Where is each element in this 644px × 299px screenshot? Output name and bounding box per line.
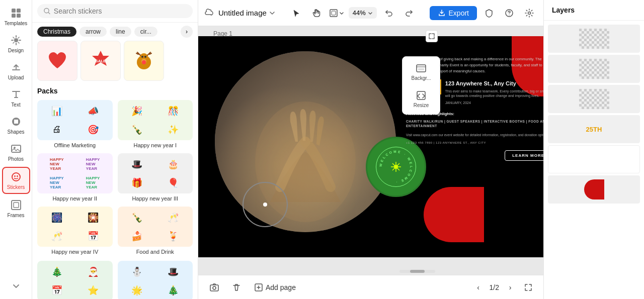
add-page-btn[interactable]: Add page — [251, 281, 300, 293]
sidebar-item-templates[interactable]: Templates — [2, 4, 30, 29]
design-icon — [10, 34, 22, 46]
tag-arrow[interactable]: arrow — [79, 27, 107, 37]
redo-btn[interactable] — [401, 5, 417, 21]
sticker-preview-reindeer[interactable] — [124, 41, 164, 81]
pack-label-hny2: Happy new year II — [37, 195, 113, 202]
toolbar-center: 44% — [288, 5, 417, 21]
tag-line[interactable]: line — [110, 27, 131, 37]
expand-canvas-btn[interactable] — [426, 30, 438, 42]
learn-more-button[interactable]: LEARN MORE — [505, 150, 543, 161]
background-tool-btn[interactable]: Backgr... — [405, 59, 438, 85]
layer-item[interactable] — [548, 55, 640, 83]
layers-panel-header: Layers — [544, 0, 644, 21]
tag-circle[interactable]: cir... — [134, 27, 157, 37]
sidebar-item-photos-label: Photos — [8, 156, 24, 162]
hand-tool-btn[interactable] — [308, 5, 325, 21]
resize-tool-btn[interactable]: Resize — [405, 86, 438, 112]
layer-item-red[interactable] — [548, 175, 640, 204]
prev-page-btn[interactable]: ‹ — [471, 280, 486, 294]
cloud-icon — [204, 8, 214, 18]
address-line1: 123 Anywhere St., Any City — [445, 79, 543, 88]
sidebar-item-shapes[interactable]: Shapes — [2, 113, 30, 138]
sidebar-item-text[interactable]: Text — [2, 85, 30, 111]
sidebar-item-photos[interactable]: Photos — [2, 140, 30, 165]
svg-point-20 — [142, 60, 146, 64]
next-page-btn[interactable]: › — [503, 280, 517, 294]
layer-item-white[interactable] — [548, 145, 640, 173]
frame-tool-btn[interactable] — [329, 5, 345, 21]
pack-item-offline-marketing[interactable]: 📊 📣 🖨 🎯 Offline Marketing — [37, 100, 113, 148]
resize-icon — [416, 90, 427, 101]
packs-grid: 📊 📣 🖨 🎯 Offline Marketing 🎉 🎊 🍾 ✨ Happy … — [37, 100, 193, 255]
h-scrollbar-thumb[interactable] — [410, 270, 424, 273]
zoom-control[interactable]: 44% — [349, 7, 377, 19]
circle-dot — [263, 203, 267, 207]
cursor-tool-btn[interactable] — [288, 5, 304, 21]
undo-btn[interactable] — [381, 5, 397, 21]
main-area: Untitled image 44% — [198, 0, 543, 299]
pack-cell: 🥂 — [39, 227, 74, 245]
sidebar-item-shapes-label: Shapes — [8, 129, 25, 135]
settings-btn[interactable] — [521, 5, 537, 21]
frames-icon — [10, 199, 22, 211]
pack-label-food: Food and Drink — [118, 249, 193, 255]
export-button[interactable]: Export — [430, 6, 477, 20]
svg-point-21 — [141, 56, 143, 58]
pack-item-happy-new-year-3[interactable]: 🎩 🎂 🎁 🎈 Happy new year III — [118, 153, 193, 202]
svg-rect-0 — [12, 9, 16, 13]
canvas[interactable]: WELCOME · WELCOME · — [198, 36, 543, 257]
pack-cell: 🎉 — [120, 102, 155, 120]
layer-item[interactable] — [548, 25, 640, 53]
pack-cell: 🎆 — [39, 209, 74, 226]
search-input-wrap[interactable] — [37, 4, 193, 18]
stickers-icon — [10, 171, 22, 183]
fit-page-btn[interactable] — [521, 280, 535, 294]
sidebar-item-more[interactable] — [2, 277, 30, 295]
sidebar-item-design[interactable]: Design — [2, 31, 30, 56]
doc-title[interactable]: Untitled image — [204, 8, 276, 18]
search-input[interactable] — [54, 7, 187, 15]
month-year: JANUARY, 2024 — [445, 101, 543, 106]
shield-btn[interactable] — [481, 5, 497, 21]
pack-cell: 📅 — [75, 227, 111, 245]
layer-25th-text: 25TH — [586, 126, 602, 133]
pack-cell: HAPPYNEWYEAR — [39, 174, 74, 191]
sidebar-item-frames[interactable]: Frames — [2, 196, 30, 221]
zoom-chevron-icon — [368, 11, 373, 16]
delete-btn[interactable] — [228, 279, 245, 295]
svg-rect-50 — [579, 59, 609, 79]
pack-item-food-drink[interactable]: 🍾 🥂 🍰 🍹 Food and Drink — [118, 207, 193, 255]
sticker-preview-heart[interactable] — [37, 41, 77, 81]
pack-cell: 📣 — [75, 102, 111, 120]
export-icon — [438, 9, 446, 17]
pagination: ‹ 1/2 › — [471, 280, 535, 294]
layer-item[interactable] — [548, 85, 640, 113]
tag-christmas[interactable]: Christmas — [37, 27, 76, 37]
tags-next-arrow[interactable]: › — [181, 26, 193, 38]
pack-item-happy-new-year-1[interactable]: 🎉 🎊 🍾 ✨ Happy new year I — [118, 100, 193, 148]
pack-item-xmas2[interactable]: ⛄ 🎩 🌟 🎄 — [118, 261, 193, 299]
top-bar: Untitled image 44% — [198, 0, 543, 26]
pack-item-xmas1[interactable]: 🎄 🎅 📅 ⭐ — [37, 261, 113, 299]
layer-item-25th[interactable]: 25TH — [548, 115, 640, 143]
text-icon — [10, 88, 22, 101]
h-scrollbar-track — [399, 270, 435, 273]
address-line2: This ever aims to make teamwork. Every c… — [445, 89, 543, 99]
pack-item-happy-new-year-4[interactable]: 🎆 🎇 🥂 📅 Happy new year IV — [37, 207, 113, 255]
sidebar-item-stickers[interactable]: Stickers — [2, 167, 30, 194]
svg-point-11 — [17, 175, 18, 177]
zoom-level: 44% — [353, 9, 366, 17]
bottom-bar: Add page ‹ 1/2 › — [198, 275, 543, 299]
svg-rect-3 — [17, 14, 21, 18]
sidebar-item-upload[interactable]: Upload — [2, 58, 30, 83]
svg-rect-13 — [14, 203, 19, 208]
pack-cell: HAPPYNEWYEAR — [75, 155, 111, 173]
upload-icon — [10, 61, 22, 73]
contact-text: +1 123 456 7890 | 123 ANYWHERE ST., ANY … — [406, 141, 543, 145]
sticker-preview-sale[interactable]: SALE — [80, 41, 121, 81]
camera-btn[interactable] — [206, 279, 222, 295]
pack-item-happy-new-year-2[interactable]: HAPPYNEWYEAR HAPPYNEWYEAR HAPPYNEWYEAR H… — [37, 153, 113, 202]
svg-rect-12 — [12, 201, 21, 210]
help-btn[interactable] — [501, 5, 517, 21]
pack-cell: 🎇 — [75, 209, 111, 226]
